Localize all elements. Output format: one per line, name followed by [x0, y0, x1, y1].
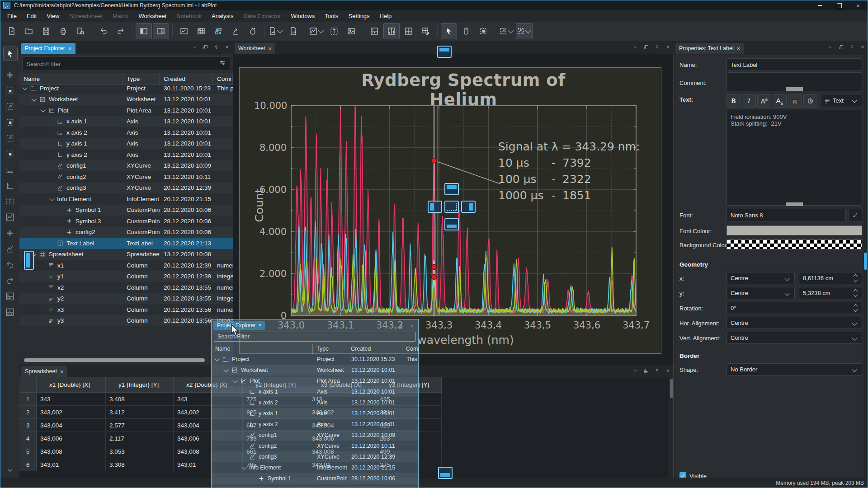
- cell[interactable]: 3.412: [106, 406, 174, 419]
- splitter-handle[interactable]: [786, 87, 803, 91]
- custom-point-marker[interactable]: [432, 158, 437, 163]
- tree-row-x-axis-2[interactable]: x axis 2Axis13.12.2020 10:01: [19, 127, 233, 138]
- float-icon[interactable]: [642, 366, 650, 375]
- tree-row-plot[interactable]: PlotPlot Area13.12.2020 10:01: [19, 105, 233, 116]
- expander-icon[interactable]: [241, 465, 246, 469]
- tree-row-config1[interactable]: config1XYCurve13.12.2020 10:09: [19, 160, 233, 172]
- filter-options-icon[interactable]: [219, 59, 226, 68]
- horizontal-layout-button[interactable]: [383, 23, 400, 39]
- tree-row-plot[interactable]: PlotPlot Area13.12.2020 10:01: [212, 375, 418, 386]
- column-header-created[interactable]: Created: [347, 344, 402, 354]
- tree-row-text-label[interactable]: Text LabelTextLabel20.12.2020 21:13: [19, 238, 233, 249]
- spreadsheet-column-header[interactable]: y1 {Integer} [Y]: [106, 377, 174, 393]
- zoom-in-tool[interactable]: [3, 131, 17, 145]
- tree-row-x-axis-1[interactable]: x axis 1Axis13.12.2020 10:01: [212, 386, 418, 397]
- close-tab-icon[interactable]: ×: [258, 322, 261, 328]
- tree-row-info-element[interactable]: Info ElementInfoElement20.12.2020 21:15: [212, 462, 418, 473]
- italic-button[interactable]: I: [742, 94, 756, 108]
- select-tool[interactable]: [3, 47, 18, 61]
- chevron-down-icon[interactable]: [387, 322, 395, 330]
- column-header-name[interactable]: Name: [212, 344, 313, 354]
- close-tab-icon[interactable]: ×: [269, 45, 272, 52]
- expander-icon[interactable]: [31, 96, 36, 101]
- import-data-button[interactable]: [227, 23, 244, 39]
- tree-row-config3[interactable]: config3XYCurve20.12.2020 12:39: [19, 183, 233, 194]
- font-field[interactable]: Noto Sans 8: [726, 209, 846, 221]
- print-button[interactable]: [55, 23, 71, 39]
- share-button[interactable]: [285, 23, 302, 39]
- cell[interactable]: 2.577: [106, 419, 174, 432]
- close-icon[interactable]: ×: [223, 43, 231, 51]
- tree-row-y2[interactable]: y2Column20.12.2020 13:55integer da: [19, 293, 233, 305]
- tree-row-x-axis-2[interactable]: x axis 2Axis13.12.2020 10:01: [212, 397, 418, 408]
- toggle-project-explorer-button[interactable]: [136, 23, 152, 39]
- close-tab-icon[interactable]: ×: [68, 45, 72, 52]
- text-mode-combo[interactable]: Text: [820, 94, 862, 107]
- tree-row-project[interactable]: ProjectProject30.11.2020 15:23This proje: [212, 354, 418, 365]
- minimize-button[interactable]: [811, 0, 830, 10]
- tree-row-symbol-1[interactable]: Symbol 1CustomPoint28.12.2020 10:06: [19, 205, 233, 216]
- float-icon[interactable]: [397, 322, 406, 330]
- menu-edit[interactable]: Edit: [22, 11, 42, 21]
- hor-alignment-combo[interactable]: Centre: [726, 317, 862, 329]
- select-x-region-tool[interactable]: [3, 100, 17, 113]
- tree-row-config2[interactable]: config2CustomPoint28.12.2020 10:06: [19, 227, 233, 238]
- print-preview-button[interactable]: [72, 23, 89, 39]
- tree-row-y1[interactable]: y1Column20.12.2020 12:39integer da: [19, 271, 233, 282]
- tree-row-config2[interactable]: config2XYCurve13.12.2020 10:11: [19, 171, 233, 183]
- search-filter-input[interactable]: Search/Filter: [22, 56, 230, 71]
- shift-up-y-tool[interactable]: [3, 290, 17, 303]
- redo-button[interactable]: [113, 23, 129, 39]
- chevron-down-icon[interactable]: [190, 43, 198, 51]
- new-worksheet-button[interactable]: [176, 23, 192, 39]
- y-value-spinbox[interactable]: 5,3238 cm: [799, 287, 862, 299]
- expander-icon[interactable]: [22, 85, 27, 90]
- tab-worksheet[interactable]: Worksheet ×: [235, 43, 275, 54]
- vertical-layout-button[interactable]: [366, 23, 382, 39]
- symbols-button[interactable]: π: [788, 94, 802, 108]
- chevron-down-icon[interactable]: [318, 28, 324, 33]
- menu-tools[interactable]: Tools: [320, 11, 343, 21]
- explorer-horizontal-scrollbar[interactable]: [24, 358, 205, 362]
- crosshair-tool[interactable]: [3, 68, 17, 82]
- select-mode-button[interactable]: [441, 23, 457, 39]
- column-header-type[interactable]: Type: [313, 344, 347, 354]
- tree-row-x3[interactable]: x3Column20.12.2020 13:56numerical: [19, 304, 233, 315]
- pin-icon[interactable]: [848, 43, 856, 51]
- expander-icon[interactable]: [223, 367, 228, 372]
- zoom-out-tool[interactable]: [3, 147, 17, 161]
- add-text-label-button[interactable]: [326, 23, 342, 39]
- tree-row-symbol-1[interactable]: Symbol 1CustomPoint28.12.2020 10:06: [212, 473, 418, 484]
- menu-help[interactable]: Help: [375, 11, 397, 21]
- expander-icon[interactable]: [232, 378, 237, 383]
- shift-down-y-tool[interactable]: [3, 305, 17, 319]
- maximize-button[interactable]: [830, 0, 849, 10]
- tab-project-explorer[interactable]: Project Explorer ×: [21, 43, 75, 54]
- tree-row-worksheet[interactable]: WorksheetWorksheet13.12.2020 10:01: [19, 94, 233, 105]
- toggle-properties-explorer-button[interactable]: [153, 23, 169, 39]
- tree-row-x-axis-1[interactable]: x axis 1Axis13.12.2020 10:01: [19, 116, 233, 127]
- menu-worksheet[interactable]: Worksheet: [133, 11, 171, 21]
- close-icon[interactable]: ×: [664, 366, 672, 375]
- text-editor[interactable]: Field ionisation: 900V Stark splitting: …: [726, 110, 862, 206]
- vert-alignment-combo[interactable]: Centre: [726, 332, 862, 344]
- float-icon[interactable]: [201, 43, 209, 51]
- break-layout-button[interactable]: [418, 23, 434, 39]
- grid-layout-button[interactable]: [401, 23, 417, 39]
- new-project-button[interactable]: [4, 23, 20, 39]
- save-project-button[interactable]: [38, 23, 54, 39]
- chevron-down-icon[interactable]: [277, 28, 283, 33]
- cell[interactable]: 3.308: [106, 458, 174, 471]
- new-matrix-button[interactable]: [210, 23, 226, 39]
- add-plot-region-tool[interactable]: [3, 211, 17, 224]
- open-project-button[interactable]: [21, 23, 37, 39]
- cell[interactable]: 343: [37, 393, 106, 406]
- subscript-button[interactable]: AB: [773, 94, 787, 108]
- shift-right-x-tool[interactable]: [3, 274, 17, 287]
- close-tab-icon[interactable]: ×: [60, 368, 64, 375]
- cell[interactable]: 343,006: [37, 432, 106, 445]
- undo-button[interactable]: [95, 23, 112, 39]
- add-text-tool[interactable]: [3, 195, 17, 208]
- y-anchor-combo[interactable]: Centre: [726, 287, 795, 299]
- new-spreadsheet-button[interactable]: [193, 23, 209, 39]
